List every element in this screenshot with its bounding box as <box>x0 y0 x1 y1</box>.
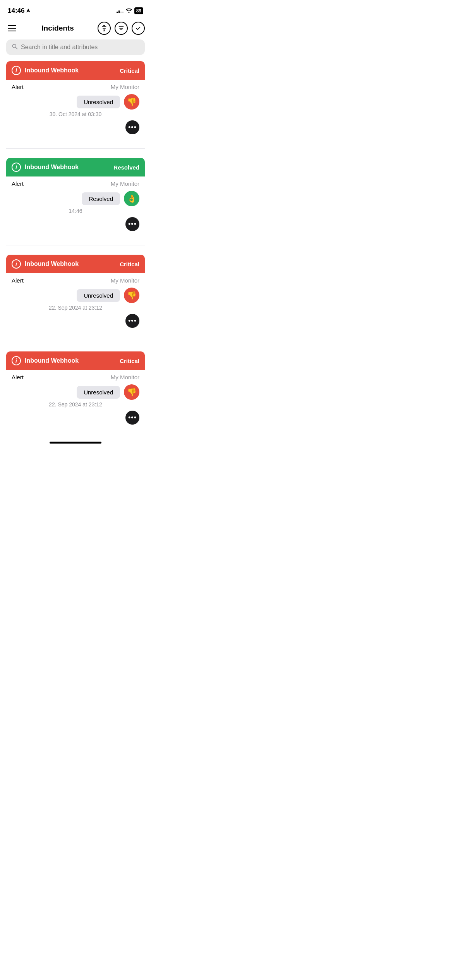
status-avatar[interactable]: 👌 <box>124 191 139 206</box>
battery-level: 89 <box>136 8 141 14</box>
incident-more-row: ••• <box>12 411 139 425</box>
incident-timestamp: 22. Sep 2024 at 23:12 <box>12 305 139 311</box>
incident-body: Alert My Monitor Resolved 👌 14:46 ••• <box>6 176 145 236</box>
nav-bar: Incidents <box>0 19 151 39</box>
incident-title: Inbound Webhook <box>25 164 79 171</box>
divider <box>6 245 145 245</box>
incident-status-row: Unresolved 👎 <box>12 288 139 303</box>
status-pill: Unresolved <box>77 96 120 108</box>
incident-card[interactable]: i Inbound Webhook Critical Alert My Moni… <box>6 351 145 429</box>
status-pill: Unresolved <box>77 386 120 399</box>
incident-meta-row: Alert My Monitor <box>12 374 139 380</box>
more-button[interactable]: ••• <box>125 120 139 134</box>
info-icon: i <box>12 66 21 75</box>
status-avatar[interactable]: 👎 <box>124 288 139 303</box>
incident-badge: Critical <box>120 67 139 74</box>
signal-bar-3 <box>120 12 122 13</box>
info-icon: i <box>12 356 21 365</box>
incident-monitor: My Monitor <box>111 277 139 284</box>
more-button[interactable]: ••• <box>125 411 139 425</box>
info-icon: i <box>12 259 21 269</box>
time-display: 14:46 <box>8 7 24 15</box>
signal-bar-1 <box>117 12 118 13</box>
incident-title: Inbound Webhook <box>25 67 79 74</box>
incident-type: Alert <box>12 374 24 380</box>
battery-display: 89 <box>134 7 143 14</box>
incident-header: i Inbound Webhook Resolved <box>6 158 145 176</box>
incident-card[interactable]: i Inbound Webhook Resolved Alert My Moni… <box>6 158 145 236</box>
nav-actions <box>98 22 145 35</box>
incident-header: i Inbound Webhook Critical <box>6 255 145 273</box>
filter-button[interactable] <box>115 22 128 35</box>
incident-badge: Critical <box>120 358 139 364</box>
incident-more-row: ••• <box>12 314 139 328</box>
incident-badge: Resolved <box>113 164 139 171</box>
incident-title: Inbound Webhook <box>25 357 79 364</box>
search-input[interactable] <box>21 44 139 51</box>
home-bar <box>50 442 101 444</box>
status-avatar[interactable]: 👎 <box>124 384 139 400</box>
search-icon <box>12 43 18 51</box>
checkmark-icon <box>135 25 141 31</box>
incident-meta-row: Alert My Monitor <box>12 180 139 187</box>
menu-button[interactable] <box>6 24 18 33</box>
incident-title: Inbound Webhook <box>25 260 79 267</box>
filter-icon <box>118 25 124 31</box>
incident-monitor: My Monitor <box>111 374 139 380</box>
location-icon <box>26 9 30 13</box>
incident-more-row: ••• <box>12 120 139 134</box>
incident-header: i Inbound Webhook Critical <box>6 61 145 80</box>
incident-type: Alert <box>12 277 24 284</box>
home-indicator <box>0 439 151 445</box>
incident-meta-row: Alert My Monitor <box>12 84 139 90</box>
incident-monitor: My Monitor <box>111 84 139 90</box>
incidents-list: i Inbound Webhook Critical Alert My Moni… <box>0 61 151 429</box>
status-bar: 14:46 89 <box>0 0 151 19</box>
incident-type: Alert <box>12 84 24 90</box>
search-bar[interactable] <box>6 39 145 55</box>
more-button[interactable]: ••• <box>125 217 139 231</box>
check-button[interactable] <box>132 22 145 35</box>
incident-body: Alert My Monitor Unresolved 👎 30. Oct 20… <box>6 80 145 139</box>
incident-more-row: ••• <box>12 217 139 231</box>
incident-badge: Critical <box>120 261 139 267</box>
info-icon: i <box>12 163 21 172</box>
status-pill: Resolved <box>82 192 120 205</box>
incident-body: Alert My Monitor Unresolved 👎 22. Sep 20… <box>6 370 145 429</box>
incident-timestamp: 22. Sep 2024 at 23:12 <box>12 401 139 408</box>
incident-timestamp: 14:46 <box>12 208 139 214</box>
signal-bar-4 <box>122 12 124 13</box>
incident-status-row: Unresolved 👎 <box>12 94 139 110</box>
sort-icon <box>101 25 107 31</box>
incident-header: i Inbound Webhook Critical <box>6 351 145 370</box>
incident-meta-row: Alert My Monitor <box>12 277 139 284</box>
sort-button[interactable] <box>98 22 111 35</box>
incident-timestamp: 30. Oct 2024 at 03:30 <box>12 111 139 117</box>
incident-type: Alert <box>12 180 24 187</box>
divider <box>6 342 145 342</box>
incident-body: Alert My Monitor Unresolved 👎 22. Sep 20… <box>6 273 145 332</box>
more-button[interactable]: ••• <box>125 314 139 328</box>
search-container <box>0 39 151 61</box>
incident-status-row: Resolved 👌 <box>12 191 139 206</box>
incident-monitor: My Monitor <box>111 180 139 187</box>
status-right: 89 <box>117 7 143 14</box>
incident-card[interactable]: i Inbound Webhook Critical Alert My Moni… <box>6 61 145 139</box>
wifi-icon <box>126 8 132 14</box>
status-pill: Unresolved <box>77 289 120 302</box>
signal-bar-2 <box>118 10 120 13</box>
incident-card[interactable]: i Inbound Webhook Critical Alert My Moni… <box>6 255 145 332</box>
status-avatar[interactable]: 👎 <box>124 94 139 110</box>
svg-line-4 <box>15 47 17 49</box>
page-title: Incidents <box>41 24 74 33</box>
divider <box>6 148 145 149</box>
status-time: 14:46 <box>8 7 30 15</box>
incident-status-row: Unresolved 👎 <box>12 384 139 400</box>
signal-bars <box>117 9 124 13</box>
